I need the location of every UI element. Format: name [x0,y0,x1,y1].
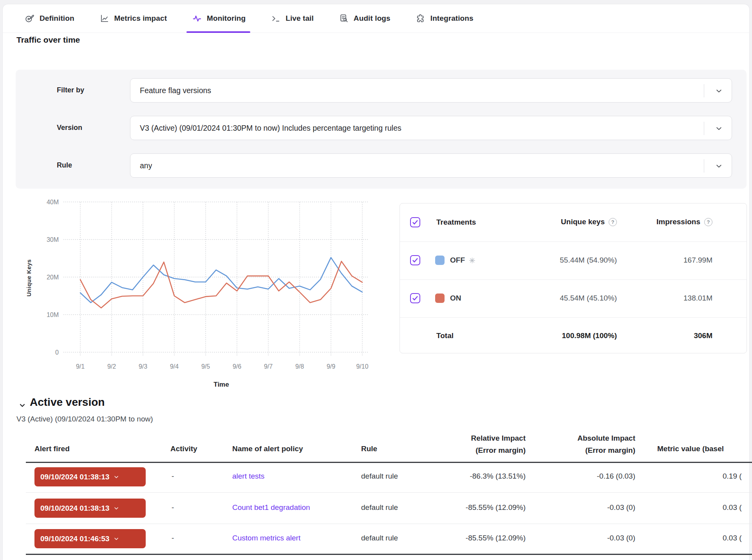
activity-cell: - [172,534,174,542]
col-relative-impact: Relative Impact (Error margin) [471,432,526,456]
activity-cell: - [172,472,174,481]
on-series-swatch [435,294,445,303]
svg-text:20M: 20M [47,274,59,281]
tab-definition[interactable]: Definition [25,4,74,33]
svg-text:9/8: 9/8 [295,363,304,370]
chevron-down-icon [715,87,723,95]
rule-cell: default rule [361,503,398,512]
svg-text:30M: 30M [47,236,59,243]
table-header-border [26,462,752,463]
chevron-down-icon [113,536,119,542]
on-unique-keys: 45.54M (45.10%) [560,294,617,303]
svg-text:9/1: 9/1 [76,363,85,370]
impressions-header: Impressions [656,218,712,226]
metric-value-cell: 0.03 ( [723,503,742,512]
chevron-down-icon [715,124,723,133]
section-title: Traffic over time [16,35,80,45]
absolute-impact-cell: -0.03 (0) [607,534,635,542]
active-version-subtitle: V3 (Active) (09/10/2024 01:30PM to now) [16,415,153,423]
svg-text:Time: Time [213,381,229,388]
off-unique-keys: 55.44M (54.90%) [560,256,617,265]
tab-label: Metrics impact [114,14,167,23]
chevron-down-icon [715,162,723,170]
absolute-impact-cell: -0.03 (0) [607,503,635,512]
terminal-icon [271,13,281,23]
relative-impact-cell: -86.3% (13.51%) [470,472,526,481]
svg-text:40M: 40M [47,199,59,205]
svg-text:9/7: 9/7 [264,363,273,370]
col-absolute-impact: Absolute Impact (Error margin) [577,432,635,456]
treatments-card: Treatments Unique keys Impressions OFF 5… [400,203,747,353]
default-treatment-icon [468,257,476,264]
select-divider [704,159,704,173]
metric-value-cell: 0.03 ( [723,534,742,542]
alert-policy-link[interactable]: alert tests [232,472,264,481]
off-impressions: 167.99M [683,256,712,265]
col-policy: Name of alert policy [232,445,303,453]
unique-keys-header: Unique keys [561,218,617,226]
col-metric-value: Metric value (basel [657,445,724,453]
audit-log-icon [339,13,349,23]
filter-by-select[interactable]: Feature flag versions [130,78,732,103]
rule-select[interactable]: any [130,153,732,178]
line-chart-icon [99,13,110,23]
alert-policy-link[interactable]: Custom metrics alert [232,534,300,542]
treatment-row-off: OFF [450,256,476,265]
collapse-caret-icon[interactable] [18,402,26,409]
svg-text:9/9: 9/9 [327,363,335,370]
activity-cell: - [172,503,174,512]
pulse-icon [192,13,202,23]
treatment-on-checkbox[interactable] [410,293,420,303]
total-unique-keys: 100.98M (100%) [562,331,617,340]
version-value: V3 (Active) (09/01/2024 01:30PM to now) … [130,124,401,133]
alert-fired-badge[interactable]: 09/10/2024 01:46:53 [34,529,146,548]
rule-cell: default rule [361,472,398,481]
version-select[interactable]: V3 (Active) (09/01/2024 01:30PM to now) … [130,116,732,140]
filter-panel: Filter by Feature flag versions Version … [16,70,747,189]
tab-label: Audit logs [354,14,390,23]
svg-text:9/5: 9/5 [201,363,210,370]
tab-label: Definition [40,14,74,23]
tab-label: Live tail [286,14,314,23]
filter-by-label: Filter by [57,86,84,94]
svg-text:9/3: 9/3 [139,363,147,370]
treatment-off-checkbox[interactable] [410,255,420,265]
rule-label: Rule [57,161,72,169]
svg-text:9/6: 9/6 [233,363,241,370]
alert-policy-link[interactable]: Count bet1 degradation [232,503,310,512]
chevron-down-icon [113,505,119,511]
divider [400,317,747,318]
treatment-name: OFF [450,256,465,265]
off-series-swatch [435,256,445,265]
divider [400,279,747,280]
definition-icon [25,13,35,23]
absolute-impact-cell: -0.16 (0.03) [597,472,635,481]
active-version-title[interactable]: Active version [30,396,105,409]
col-alert-fired: Alert fired [34,445,70,453]
help-icon[interactable] [609,218,617,226]
table-bottom-border [26,554,752,555]
filter-by-value: Feature flag versions [130,86,211,95]
tab-monitoring[interactable]: Monitoring [192,4,246,33]
total-impressions: 306M [694,331,712,340]
treatments-select-all-checkbox[interactable] [410,217,420,227]
alert-fired-badge[interactable]: 09/10/2024 01:38:13 [34,499,146,518]
row-divider [26,492,752,493]
svg-text:0: 0 [55,349,59,356]
tab-bar: Definition Metrics impact Monitoring Liv… [3,4,749,33]
tab-audit-logs[interactable]: Audit logs [339,4,390,33]
rule-cell: default rule [361,534,398,542]
chevron-down-icon [113,474,119,480]
tab-label: Monitoring [207,14,246,23]
monitoring-page: Definition Metrics impact Monitoring Liv… [0,0,752,560]
tab-metrics-impact[interactable]: Metrics impact [99,4,167,33]
tab-integrations[interactable]: Integrations [416,4,474,33]
rule-value: any [130,161,152,170]
tab-live-tail[interactable]: Live tail [271,4,314,33]
alert-fired-badge[interactable]: 09/10/2024 01:38:13 [34,467,146,486]
relative-impact-cell: -85.55% (12.09%) [466,503,526,512]
help-icon[interactable] [704,218,712,226]
treatment-name: ON [450,294,461,303]
select-divider [704,122,704,135]
total-label: Total [436,331,454,340]
